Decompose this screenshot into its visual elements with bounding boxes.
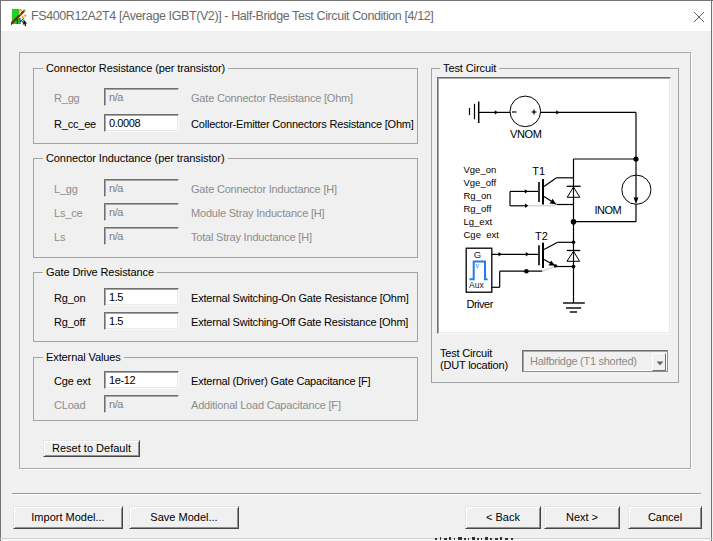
svg-text:Cge ext: Cge ext (464, 229, 500, 240)
svg-text:Rg_on: Rg_on (464, 190, 492, 201)
svg-text:Driver: Driver (467, 298, 494, 310)
svg-text:VNOM: VNOM (510, 128, 542, 140)
svg-text:T1: T1 (532, 165, 545, 177)
svg-text:Aux: Aux (469, 280, 484, 290)
svg-text:v: v (476, 262, 480, 269)
svg-text:Vge_on: Vge_on (464, 164, 497, 175)
svg-text:T2: T2 (535, 230, 548, 242)
svg-text:G: G (474, 249, 481, 260)
svg-text:Lg_ext: Lg_ext (464, 216, 493, 227)
svg-text:Vge_off: Vge_off (464, 177, 497, 188)
svg-text:Rg_off: Rg_off (464, 203, 492, 214)
svg-text:INOM: INOM (595, 204, 622, 216)
